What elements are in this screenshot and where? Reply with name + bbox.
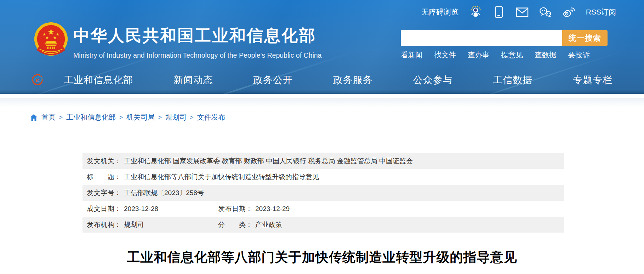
national-emblem-logo: ★ ★ ★ ★ ★ [32,21,70,62]
quick-link[interactable]: 查数据 [535,50,557,60]
meta-label-colon: ： [246,201,252,217]
mobile-icon[interactable] [492,6,505,18]
meta-value: 工业和信息化部等八部门关于加快传统制造业转型升级的指导意见 [124,173,319,181]
meta-label-colon: ： [114,185,121,201]
meta-field: 发布机构：规划司 [87,217,144,233]
meta-label-colon: ： [246,217,252,233]
accessibility-link[interactable]: 无障碍浏览 [421,7,458,17]
nav-items: 工业和信息化部新闻动态政务公开政务服务公众参与工信数据专题专栏 [64,69,612,91]
breadcrumb-link: 文件发布 [197,113,226,122]
main-nav: e 工业和信息化部新闻动态政务公开政务服务公众参与工信数据专题专栏 [0,69,644,91]
breadcrumb-separator: > [158,114,162,121]
breadcrumb-link[interactable]: 规划司 [165,113,187,122]
meta-label: 标题 [87,169,114,185]
meta-row: 发文字号：工信部联规〔2023〕258号 [82,185,564,201]
meta-label: 发文机关 [87,153,114,169]
quick-link[interactable]: 找文件 [434,50,456,60]
meta-field: 发文机关：工业和信息化部 国家发展改革委 教育部 财政部 中国人民银行 税务总局… [87,153,413,169]
meta-field: 发文字号：工信部联规〔2023〕258号 [87,185,204,201]
breadcrumb: 首页>工业和信息化部>机关司局>规划司>文件发布 [30,113,226,122]
search-button[interactable]: 统一搜索 [562,30,608,46]
quick-link[interactable]: 看新闻 [401,50,423,60]
meta-field: 成文日期：2023-12-28 [87,201,158,217]
nav-item[interactable]: 新闻动态 [173,74,213,86]
quick-link[interactable]: 要投诉 [568,50,590,60]
search-input[interactable] [401,30,562,46]
meta-value: 2023-12-28 [124,205,158,212]
meta-label-colon: ： [114,217,121,233]
mascot-icon[interactable] [469,6,482,18]
meta-value: 工信部联规〔2023〕258号 [124,189,204,196]
meta-label: 分类 [218,217,246,233]
utility-bar: 无障碍浏览 [421,6,616,18]
meta-field: 分类：产业政策 [218,217,282,233]
meta-row: 成文日期：2023-12-28发布日期：2023-12-29 [82,201,564,217]
breadcrumb-link[interactable]: 工业和信息化部 [66,113,116,122]
meta-label: 发文字号 [87,185,114,201]
brand-text: 中华人民共和国工业和信息化部 Ministry of Industry and … [73,25,321,59]
site-header: 无障碍浏览 [0,0,644,94]
meta-value: 2023-12-29 [255,205,290,212]
breadcrumb-items: 首页>工业和信息化部>机关司局>规划司>文件发布 [41,113,226,122]
breadcrumb-separator: > [190,114,194,121]
site-title: 中华人民共和国工业和信息化部 [73,25,321,47]
meta-label: 发布日期 [218,201,246,217]
breadcrumb-link[interactable]: 首页 [41,113,56,122]
nav-item[interactable]: 政务服务 [333,74,373,86]
home-icon[interactable] [30,114,38,121]
search-quick-links: 看新闻找文件查办事提意见查数据要投诉 [401,50,590,60]
meta-row: 发布机构：规划司分类：产业政策 [82,217,564,233]
breadcrumb-separator: > [119,114,123,121]
document-title: 工业和信息化部等八部门关于加快传统制造业转型升级的指导意见 [0,249,644,266]
quick-link[interactable]: 查办事 [468,50,490,60]
svg-text:★: ★ [53,35,57,40]
meta-label-colon: ： [114,169,121,185]
content: 首页>工业和信息化部>机关司局>规划司>文件发布 发文机关：工业和信息化部 国家… [0,94,644,274]
meta-row: 发文机关：工业和信息化部 国家发展改革委 教育部 财政部 中国人民银行 税务总局… [82,153,564,169]
meta-value: 工业和信息化部 国家发展改革委 教育部 财政部 中国人民银行 税务总局 金融监管… [124,157,413,165]
meta-label: 成文日期 [87,201,114,217]
meta-field: 发布日期：2023-12-29 [218,201,290,217]
breadcrumb-separator: > [59,114,63,121]
nav-item[interactable]: 政务公开 [253,74,293,86]
weibo-icon[interactable] [563,6,575,18]
meta-label-colon: ： [114,201,121,217]
meta-row: 标题：工业和信息化部等八部门关于加快传统制造业转型升级的指导意见 [82,169,564,185]
meta-value: 规划司 [124,221,144,228]
content-top-shadow [0,98,644,107]
meta-table: 发文机关：工业和信息化部 国家发展改革委 教育部 财政部 中国人民银行 税务总局… [82,153,564,233]
mail-icon[interactable] [516,6,529,18]
meta-label: 发布机构 [87,217,114,233]
wechat-icon[interactable] [539,6,552,18]
rss-link[interactable]: RSS订阅 [586,7,616,17]
meta-label-colon: ： [114,153,121,169]
search-box: 统一搜索 [401,30,608,46]
page: 无障碍浏览 [0,0,644,274]
quick-link[interactable]: 提意见 [501,50,523,60]
svg-text:e: e [36,76,39,84]
breadcrumb-link[interactable]: 机关司局 [126,113,155,122]
nav-item[interactable]: 工业和信息化部 [64,74,133,86]
miit-e-logo-icon: e [31,73,44,86]
site-subtitle: Ministry of Industry and Information Tec… [73,51,321,59]
nav-item[interactable]: 专题专栏 [573,74,612,86]
meta-value: 产业政策 [255,221,282,228]
svg-text:★: ★ [45,35,49,40]
nav-item[interactable]: 公众参与 [413,74,453,86]
nav-item[interactable]: 工信数据 [493,74,532,86]
meta-field: 标题：工业和信息化部等八部门关于加快传统制造业转型升级的指导意见 [87,169,319,185]
